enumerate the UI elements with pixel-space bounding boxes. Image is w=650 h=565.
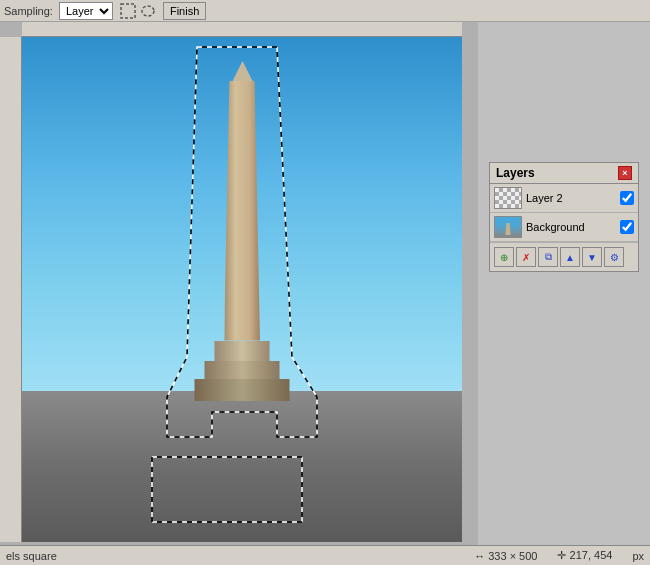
- background-visibility-checkbox[interactable]: [620, 220, 634, 234]
- sampling-select[interactable]: Layer: [59, 2, 113, 20]
- layer2-visibility-checkbox[interactable]: [620, 191, 634, 205]
- dimensions-value: 333 × 500: [488, 550, 537, 562]
- svg-rect-0: [121, 4, 135, 18]
- layers-panel: Layers × Layer 2 Background ⊕ ✗ ⧉ ▲: [489, 162, 639, 272]
- layer-item-background[interactable]: Background: [490, 213, 638, 242]
- obelisk-base-2: [205, 361, 280, 379]
- background-thumbnail: [494, 216, 522, 238]
- layer2-thumbnail: [494, 187, 522, 209]
- toolbar: Sampling: Layer Finish: [0, 0, 650, 22]
- layers-toolbar: ⊕ ✗ ⧉ ▲ ▼ ⚙: [490, 242, 638, 271]
- canvas-area[interactable]: [0, 22, 478, 565]
- obelisk-base-3: [195, 379, 290, 401]
- dimensions-status: ↔ 333 × 500: [474, 550, 537, 562]
- sampling-label: Sampling:: [4, 5, 53, 17]
- dimensions-icon: ↔: [474, 550, 485, 562]
- layer-item-layer2[interactable]: Layer 2: [490, 184, 638, 213]
- canvas-image[interactable]: [22, 37, 462, 542]
- select-icon: [119, 2, 137, 20]
- duplicate-layer-button[interactable]: ⧉: [538, 247, 558, 267]
- coords-status: ✛ 217, 454: [557, 549, 612, 562]
- layers-header: Layers ×: [490, 163, 638, 184]
- main-area: Layers × Layer 2 Background ⊕ ✗ ⧉ ▲: [0, 22, 650, 565]
- monument: [195, 61, 290, 401]
- unit-status: px: [632, 550, 644, 562]
- delete-layer-button[interactable]: ✗: [516, 247, 536, 267]
- coords-icon: ✛: [557, 549, 566, 561]
- coords-value: 217, 454: [570, 549, 613, 561]
- obelisk-body: [224, 81, 260, 341]
- ruler-left: [0, 37, 22, 542]
- lasso-icon: [139, 2, 157, 20]
- ground-layer: [22, 391, 462, 543]
- finish-button[interactable]: Finish: [163, 2, 206, 20]
- new-layer-button[interactable]: ⊕: [494, 247, 514, 267]
- background-name: Background: [526, 221, 616, 233]
- obelisk-top: [232, 61, 252, 81]
- layers-title: Layers: [496, 166, 535, 180]
- move-layer-down-button[interactable]: ▼: [582, 247, 602, 267]
- right-panel: Layers × Layer 2 Background ⊕ ✗ ⧉ ▲: [478, 22, 650, 565]
- tool-name-status: els square: [6, 550, 57, 562]
- status-bar: els square ↔ 333 × 500 ✛ 217, 454 px: [0, 545, 650, 565]
- ruler-top: [22, 22, 462, 37]
- layer-options-button[interactable]: ⚙: [604, 247, 624, 267]
- layers-close-button[interactable]: ×: [618, 166, 632, 180]
- obelisk-base-1: [215, 341, 270, 361]
- svg-point-1: [142, 6, 154, 16]
- layer2-name: Layer 2: [526, 192, 616, 204]
- move-layer-up-button[interactable]: ▲: [560, 247, 580, 267]
